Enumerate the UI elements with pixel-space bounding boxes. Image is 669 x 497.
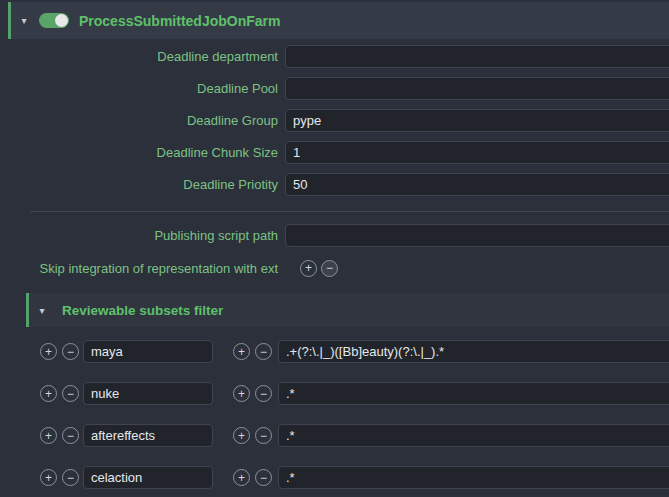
field-label: Deadline Pool	[0, 81, 285, 96]
remove-row-button[interactable]: −	[62, 385, 79, 402]
add-value-button[interactable]: +	[233, 385, 250, 402]
subsets-filter-header: ▾ Reviewable subsets filter	[26, 293, 669, 327]
filter-row-maya: + − + −	[40, 340, 669, 363]
remove-value-button[interactable]: −	[255, 343, 272, 360]
field-row-publishing-script-path: Publishing script path	[0, 224, 669, 247]
add-row-button[interactable]: +	[40, 385, 57, 402]
filter-key-input[interactable]	[83, 466, 213, 489]
filter-value-input[interactable]	[278, 382, 669, 405]
skip-integration-row: Skip integration of representation with …	[0, 259, 669, 277]
publishing-script-path-input[interactable]	[285, 224, 669, 247]
settings-page: ▾ ProcessSubmittedJobOnFarm Deadline dep…	[0, 0, 669, 497]
field-label: Deadline department	[0, 49, 285, 64]
field-row-deadline-pool: Deadline Pool	[0, 77, 669, 100]
remove-value-button[interactable]: −	[255, 469, 272, 486]
filter-value-input[interactable]	[278, 340, 669, 363]
add-row-button[interactable]: +	[40, 427, 57, 444]
skip-integration-label: Skip integration of representation with …	[0, 261, 285, 276]
field-row-deadline-department: Deadline department	[0, 45, 669, 68]
deadline-department-input[interactable]	[285, 45, 669, 68]
chevron-down-icon[interactable]: ▾	[16, 15, 32, 26]
remove-row-button[interactable]: −	[62, 427, 79, 444]
field-label: Deadline Chunk Size	[0, 145, 285, 160]
plugin-title: ProcessSubmittedJobOnFarm	[79, 13, 281, 29]
filter-key-input[interactable]	[83, 382, 213, 405]
add-value-button[interactable]: +	[233, 427, 250, 444]
enabled-toggle[interactable]	[39, 13, 69, 28]
field-label: Deadline Group	[0, 113, 285, 128]
divider	[30, 211, 669, 212]
filter-row-aftereffects: + − + −	[40, 424, 669, 447]
add-row-button[interactable]: +	[40, 469, 57, 486]
filter-row-celaction: + − + −	[40, 466, 669, 489]
filter-row-nuke: + − + −	[40, 382, 669, 405]
remove-row-button[interactable]: −	[62, 469, 79, 486]
field-label: Deadline Priotity	[0, 177, 285, 192]
remove-value-button[interactable]: −	[255, 385, 272, 402]
filter-key-input[interactable]	[83, 424, 213, 447]
field-row-deadline-priority: Deadline Priotity	[0, 173, 669, 196]
remove-value-button[interactable]: −	[255, 427, 272, 444]
add-item-button[interactable]: +	[300, 260, 317, 277]
remove-item-button[interactable]: −	[321, 260, 338, 277]
toggle-knob	[55, 14, 68, 27]
deadline-chunk-size-input[interactable]	[285, 141, 669, 164]
filter-value-input[interactable]	[278, 466, 669, 489]
deadline-priority-input[interactable]	[285, 173, 669, 196]
filter-key-input[interactable]	[83, 340, 213, 363]
add-row-button[interactable]: +	[40, 343, 57, 360]
chevron-down-icon[interactable]: ▾	[34, 305, 50, 316]
subsets-filter-title: Reviewable subsets filter	[62, 303, 223, 318]
filter-value-input[interactable]	[278, 424, 669, 447]
remove-row-button[interactable]: −	[62, 343, 79, 360]
field-row-deadline-group: Deadline Group	[0, 109, 669, 132]
deadline-pool-input[interactable]	[285, 77, 669, 100]
plugin-header: ▾ ProcessSubmittedJobOnFarm	[8, 2, 669, 39]
deadline-group-input[interactable]	[285, 109, 669, 132]
add-value-button[interactable]: +	[233, 469, 250, 486]
field-row-deadline-chunk-size: Deadline Chunk Size	[0, 141, 669, 164]
add-value-button[interactable]: +	[233, 343, 250, 360]
field-label: Publishing script path	[0, 228, 285, 243]
